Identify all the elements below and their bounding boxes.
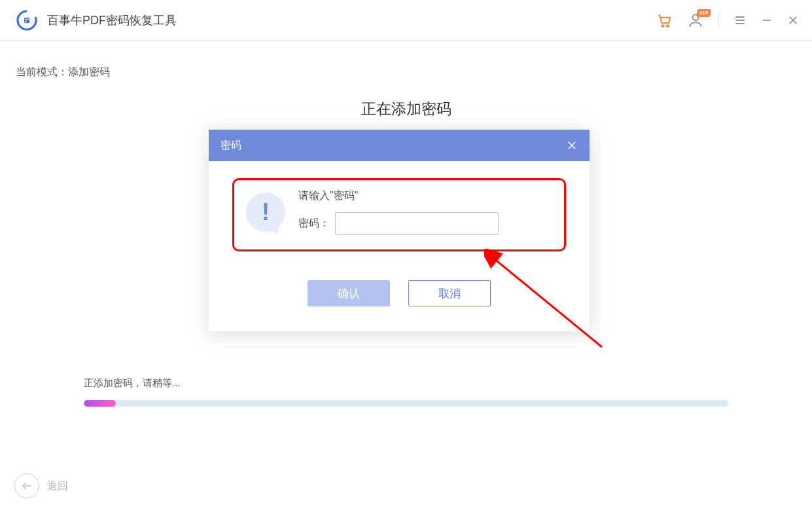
cancel-button[interactable]: 取消 <box>408 280 491 306</box>
confirm-button[interactable]: 确认 <box>308 280 390 306</box>
cart-icon[interactable] <box>656 12 673 29</box>
dialog-close-icon[interactable] <box>566 139 578 151</box>
highlight-box: ! 请输入"密码" 密码： <box>232 178 566 251</box>
titlebar-left: 百事牛PDF密码恢复工具 <box>16 9 177 31</box>
title-bar: 百事牛PDF密码恢复工具 VIP <box>0 0 812 41</box>
close-icon[interactable] <box>787 14 799 26</box>
main-heading: 正在添加密码 <box>16 99 796 119</box>
progress-bar <box>84 400 728 407</box>
dialog-body: ! 请输入"密码" 密码： 确认 取消 <box>209 161 590 331</box>
input-column: 请输入"密码" 密码： <box>298 189 552 235</box>
titlebar-right: VIP <box>656 11 799 29</box>
password-input[interactable] <box>335 212 499 235</box>
svg-rect-4 <box>26 20 27 22</box>
prompt-text: 请输入"密码" <box>298 189 552 203</box>
progress-text: 正添加密码，请稍等... <box>84 377 728 390</box>
back-arrow-icon <box>14 473 39 498</box>
vip-badge: VIP <box>697 9 711 17</box>
minimize-icon[interactable] <box>761 14 773 26</box>
user-icon[interactable]: VIP <box>687 12 704 29</box>
progress-area: 正添加密码，请稍等... <box>84 377 728 407</box>
password-input-label: 密码： <box>298 217 330 230</box>
app-logo-icon <box>16 9 38 31</box>
svg-rect-2 <box>26 18 27 20</box>
progress-fill <box>84 400 116 407</box>
password-dialog: 密码 ! 请输入"密码" 密码： 确认 取消 <box>209 130 590 331</box>
mode-prefix: 当前模式： <box>16 66 68 77</box>
mode-line: 当前模式：添加密码 <box>16 65 796 79</box>
svg-point-6 <box>667 25 669 27</box>
svg-rect-1 <box>24 18 29 23</box>
dialog-header: 密码 <box>209 130 590 161</box>
svg-point-5 <box>662 25 663 27</box>
app-title: 百事牛PDF密码恢复工具 <box>47 12 177 28</box>
titlebar-separator <box>718 11 719 29</box>
dialog-buttons: 确认 取消 <box>232 280 566 306</box>
back-button[interactable]: 返回 <box>14 473 68 498</box>
menu-icon[interactable] <box>733 14 747 27</box>
content-area: 当前模式：添加密码 正在添加密码 <box>0 41 812 119</box>
info-icon: ! <box>246 193 285 232</box>
input-row: 密码： <box>298 212 552 235</box>
mode-value: 添加密码 <box>68 66 110 77</box>
dialog-title: 密码 <box>221 139 241 153</box>
back-label: 返回 <box>47 479 68 493</box>
svg-rect-3 <box>27 18 29 20</box>
